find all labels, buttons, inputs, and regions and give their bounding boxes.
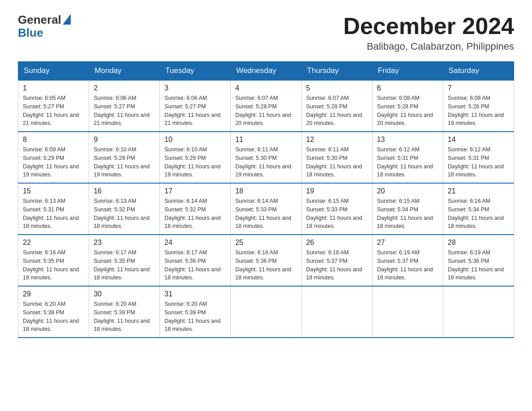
day-number: 19 xyxy=(306,187,368,195)
day-number: 30 xyxy=(94,290,155,298)
day-info: Sunrise: 6:14 AMSunset: 5:32 PMDaylight:… xyxy=(164,197,226,231)
day-number: 20 xyxy=(377,187,438,195)
calendar-day-27: 27Sunrise: 6:19 AMSunset: 5:37 PMDayligh… xyxy=(372,235,443,286)
calendar-week-2: 8Sunrise: 6:09 AMSunset: 5:29 PMDaylight… xyxy=(18,132,514,183)
header-monday: Monday xyxy=(89,62,160,81)
calendar-day-26: 26Sunrise: 6:18 AMSunset: 5:37 PMDayligh… xyxy=(301,235,372,286)
location-title: Balibago, Calabarzon, Philippines xyxy=(343,41,514,52)
empty-cell xyxy=(372,286,443,338)
day-number: 13 xyxy=(377,136,438,144)
day-info: Sunrise: 6:11 AMSunset: 5:30 PMDaylight:… xyxy=(235,146,296,179)
day-number: 7 xyxy=(448,84,509,92)
calendar-day-31: 31Sunrise: 6:20 AMSunset: 5:39 PMDayligh… xyxy=(160,286,231,338)
day-info: Sunrise: 6:18 AMSunset: 5:36 PMDaylight:… xyxy=(235,248,296,282)
day-info: Sunrise: 6:20 AMSunset: 5:38 PMDaylight:… xyxy=(23,300,84,334)
page-header: General Blue December 2024 Balibago, Cal… xyxy=(18,13,514,52)
calendar-day-24: 24Sunrise: 6:17 AMSunset: 5:36 PMDayligh… xyxy=(160,235,231,286)
day-info: Sunrise: 6:05 AMSunset: 5:27 PMDaylight:… xyxy=(23,94,84,128)
header-wednesday: Wednesday xyxy=(231,62,301,81)
calendar-day-22: 22Sunrise: 6:16 AMSunset: 5:35 PMDayligh… xyxy=(18,235,89,286)
day-number: 14 xyxy=(448,136,509,144)
day-number: 29 xyxy=(23,290,84,298)
day-info: Sunrise: 6:10 AMSunset: 5:29 PMDaylight:… xyxy=(164,146,226,179)
day-number: 10 xyxy=(164,136,226,144)
logo-general-text: General xyxy=(18,13,61,26)
day-number: 21 xyxy=(448,187,509,195)
calendar-day-13: 13Sunrise: 6:12 AMSunset: 5:31 PMDayligh… xyxy=(372,132,443,183)
day-number: 4 xyxy=(235,84,296,92)
day-number: 11 xyxy=(235,136,296,144)
day-info: Sunrise: 6:19 AMSunset: 5:38 PMDaylight:… xyxy=(448,248,509,282)
day-info: Sunrise: 6:13 AMSunset: 5:32 PMDaylight:… xyxy=(94,197,155,231)
calendar-day-18: 18Sunrise: 6:14 AMSunset: 5:33 PMDayligh… xyxy=(231,183,301,235)
header-tuesday: Tuesday xyxy=(160,62,231,81)
day-info: Sunrise: 6:06 AMSunset: 5:27 PMDaylight:… xyxy=(164,94,226,128)
logo: General Blue xyxy=(18,13,71,39)
calendar-week-5: 29Sunrise: 6:20 AMSunset: 5:38 PMDayligh… xyxy=(18,286,514,338)
calendar-week-4: 22Sunrise: 6:16 AMSunset: 5:35 PMDayligh… xyxy=(18,235,514,286)
day-number: 27 xyxy=(377,239,438,247)
day-number: 23 xyxy=(94,239,155,247)
calendar-day-15: 15Sunrise: 6:13 AMSunset: 5:31 PMDayligh… xyxy=(18,183,89,235)
calendar-day-8: 8Sunrise: 6:09 AMSunset: 5:29 PMDaylight… xyxy=(18,132,89,183)
day-number: 9 xyxy=(94,136,155,144)
empty-cell xyxy=(301,286,372,338)
day-number: 16 xyxy=(94,187,155,195)
calendar-day-23: 23Sunrise: 6:17 AMSunset: 5:35 PMDayligh… xyxy=(89,235,160,286)
day-number: 25 xyxy=(235,239,296,247)
calendar-day-20: 20Sunrise: 6:15 AMSunset: 5:34 PMDayligh… xyxy=(372,183,443,235)
empty-cell xyxy=(443,286,514,338)
day-info: Sunrise: 6:08 AMSunset: 5:28 PMDaylight:… xyxy=(377,94,438,128)
header-sunday: Sunday xyxy=(18,62,89,81)
calendar-week-3: 15Sunrise: 6:13 AMSunset: 5:31 PMDayligh… xyxy=(18,183,514,235)
header-friday: Friday xyxy=(372,62,443,81)
day-info: Sunrise: 6:18 AMSunset: 5:37 PMDaylight:… xyxy=(306,248,368,282)
day-info: Sunrise: 6:20 AMSunset: 5:39 PMDaylight:… xyxy=(94,300,155,334)
logo-triangle-icon xyxy=(63,14,71,25)
svg-marker-0 xyxy=(63,14,71,25)
calendar-day-4: 4Sunrise: 6:07 AMSunset: 5:28 PMDaylight… xyxy=(231,80,301,132)
day-info: Sunrise: 6:17 AMSunset: 5:36 PMDaylight:… xyxy=(164,248,226,282)
calendar-day-19: 19Sunrise: 6:15 AMSunset: 5:33 PMDayligh… xyxy=(301,183,372,235)
day-number: 2 xyxy=(94,84,155,92)
calendar-day-1: 1Sunrise: 6:05 AMSunset: 5:27 PMDaylight… xyxy=(18,80,89,132)
day-number: 18 xyxy=(235,187,296,195)
calendar-day-28: 28Sunrise: 6:19 AMSunset: 5:38 PMDayligh… xyxy=(443,235,514,286)
day-number: 5 xyxy=(306,84,368,92)
calendar-day-30: 30Sunrise: 6:20 AMSunset: 5:39 PMDayligh… xyxy=(89,286,160,338)
calendar-table: SundayMondayTuesdayWednesdayThursdayFrid… xyxy=(18,61,514,338)
calendar-day-12: 12Sunrise: 6:11 AMSunset: 5:30 PMDayligh… xyxy=(301,132,372,183)
day-info: Sunrise: 6:17 AMSunset: 5:35 PMDaylight:… xyxy=(94,248,155,282)
day-number: 22 xyxy=(23,239,84,247)
day-info: Sunrise: 6:14 AMSunset: 5:33 PMDaylight:… xyxy=(235,197,296,231)
day-number: 15 xyxy=(23,187,84,195)
title-section: December 2024 Balibago, Calabarzon, Phil… xyxy=(343,13,514,52)
day-info: Sunrise: 6:07 AMSunset: 5:28 PMDaylight:… xyxy=(306,94,368,128)
calendar-day-6: 6Sunrise: 6:08 AMSunset: 5:28 PMDaylight… xyxy=(372,80,443,132)
day-number: 28 xyxy=(448,239,509,247)
calendar-day-10: 10Sunrise: 6:10 AMSunset: 5:29 PMDayligh… xyxy=(160,132,231,183)
day-number: 12 xyxy=(306,136,368,144)
calendar-day-21: 21Sunrise: 6:16 AMSunset: 5:34 PMDayligh… xyxy=(443,183,514,235)
day-info: Sunrise: 6:15 AMSunset: 5:33 PMDaylight:… xyxy=(306,197,368,231)
day-info: Sunrise: 6:12 AMSunset: 5:31 PMDaylight:… xyxy=(448,146,509,179)
day-info: Sunrise: 6:08 AMSunset: 5:28 PMDaylight:… xyxy=(448,94,509,128)
calendar-day-25: 25Sunrise: 6:18 AMSunset: 5:36 PMDayligh… xyxy=(231,235,301,286)
month-title: December 2024 xyxy=(343,13,514,39)
calendar-day-14: 14Sunrise: 6:12 AMSunset: 5:31 PMDayligh… xyxy=(443,132,514,183)
calendar-day-3: 3Sunrise: 6:06 AMSunset: 5:27 PMDaylight… xyxy=(160,80,231,132)
day-number: 1 xyxy=(23,84,84,92)
logo-blue-text: Blue xyxy=(18,26,71,39)
day-number: 17 xyxy=(164,187,226,195)
day-number: 8 xyxy=(23,136,84,144)
day-number: 3 xyxy=(164,84,226,92)
calendar-day-29: 29Sunrise: 6:20 AMSunset: 5:38 PMDayligh… xyxy=(18,286,89,338)
day-info: Sunrise: 6:06 AMSunset: 5:27 PMDaylight:… xyxy=(94,94,155,128)
day-info: Sunrise: 6:10 AMSunset: 5:29 PMDaylight:… xyxy=(94,146,155,179)
calendar-day-5: 5Sunrise: 6:07 AMSunset: 5:28 PMDaylight… xyxy=(301,80,372,132)
day-info: Sunrise: 6:16 AMSunset: 5:35 PMDaylight:… xyxy=(23,248,84,282)
day-info: Sunrise: 6:07 AMSunset: 5:28 PMDaylight:… xyxy=(235,94,296,128)
day-info: Sunrise: 6:09 AMSunset: 5:29 PMDaylight:… xyxy=(23,146,84,179)
day-info: Sunrise: 6:19 AMSunset: 5:37 PMDaylight:… xyxy=(377,248,438,282)
day-number: 31 xyxy=(164,290,226,298)
